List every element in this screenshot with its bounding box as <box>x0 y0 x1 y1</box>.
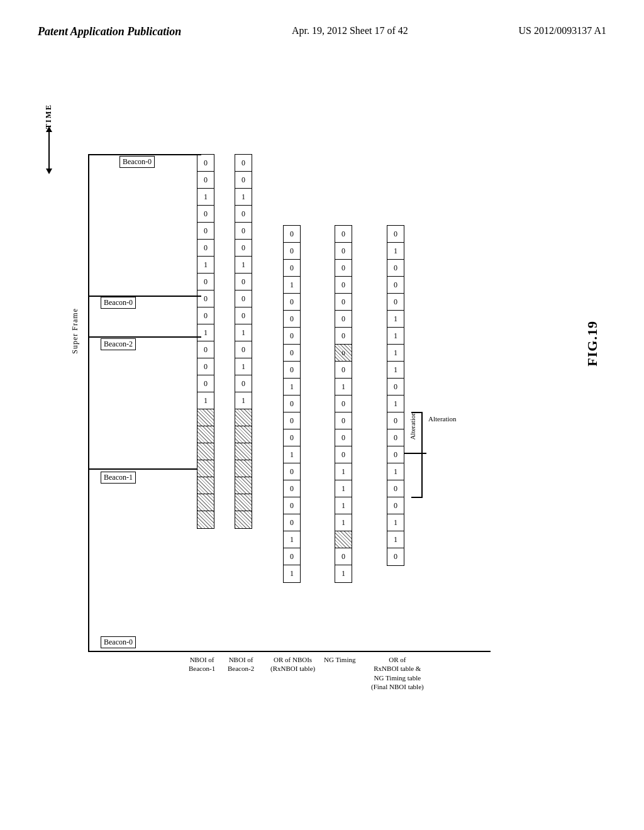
cell: 0 <box>387 294 404 311</box>
cell: 1 <box>335 480 352 497</box>
alteration-text: Alteration <box>428 415 457 423</box>
cell: 0 <box>335 226 352 243</box>
cell: 0 <box>387 429 404 446</box>
sheet-info: Apr. 19, 2012 Sheet 17 of 42 <box>292 25 408 36</box>
cell: 0 <box>284 548 300 565</box>
cell: 1 <box>235 189 252 206</box>
cell: 1 <box>197 189 214 206</box>
cell: 1 <box>387 463 404 480</box>
cell: 0 <box>197 172 214 189</box>
cell: 1 <box>284 277 300 294</box>
cell-hatched <box>235 511 252 528</box>
cell: 1 <box>387 311 404 328</box>
cell: 0 <box>235 206 252 223</box>
col1-container: 0 0 1 0 0 0 1 0 0 0 1 0 0 0 1 <box>197 154 214 529</box>
col2-label-line1: NBOI of <box>228 655 254 664</box>
cell: 0 <box>284 328 300 345</box>
cell: 0 <box>235 240 252 257</box>
cell-hatched <box>197 511 214 528</box>
beacon0-mid-label: Beacon-0 <box>101 297 136 309</box>
cell: 0 <box>335 396 352 412</box>
cell: 0 <box>197 240 214 257</box>
cell: 0 <box>197 155 214 172</box>
cell: 1 <box>197 257 214 274</box>
cell: 0 <box>335 328 352 345</box>
beacon1-label: Beacon-1 <box>101 472 136 484</box>
cell: 0 <box>387 260 404 277</box>
cell: 0 <box>284 497 300 514</box>
cell: 0 <box>284 226 300 243</box>
col4-label-line1: NG Timing <box>324 655 355 664</box>
col1-label-line1: NBOI of <box>189 655 215 664</box>
page-header: Patent Application Publication Apr. 19, … <box>0 0 644 38</box>
cell: 0 <box>197 206 214 223</box>
cell: 1 <box>235 324 252 341</box>
cell-hatched <box>235 477 252 494</box>
publication-title: Patent Application Publication <box>38 25 181 38</box>
cell: 1 <box>284 379 300 396</box>
cell-hatched <box>235 443 252 460</box>
cell: 1 <box>387 396 404 412</box>
alteration-arrow <box>404 453 426 454</box>
cell: 0 <box>197 375 214 392</box>
time-arrow-down <box>46 169 52 174</box>
cell: 1 <box>335 514 352 531</box>
cell: 1 <box>284 565 300 582</box>
col3-label-line2: (RxNBOI table) <box>270 664 315 673</box>
cell: 0 <box>387 480 404 497</box>
cell: 0 <box>235 290 252 307</box>
cell: 0 <box>335 362 352 379</box>
bracket-vert <box>421 412 423 497</box>
cell: 1 <box>387 531 404 548</box>
col3-label-line1: OR of NBOIs <box>270 655 315 664</box>
cell: 0 <box>284 311 300 328</box>
cell-hatched <box>197 443 214 460</box>
col5-cells: 0 1 0 0 0 1 1 1 1 0 1 0 0 0 1 0 0 1 1 0 <box>387 225 404 566</box>
cell: 1 <box>284 531 300 548</box>
beacon2-label: Beacon-2 <box>101 338 136 350</box>
col2-label-line2: Beacon-2 <box>228 664 254 673</box>
cell: 0 <box>197 307 214 324</box>
cell: 1 <box>335 565 352 582</box>
col2-container: 0 0 1 0 0 0 1 0 0 0 1 0 1 0 1 <box>235 154 252 529</box>
cell: 0 <box>284 396 300 412</box>
cell: 0 <box>284 260 300 277</box>
cell: 0 <box>284 345 300 362</box>
left-border <box>88 154 89 651</box>
cell-hatched: 0 <box>335 345 352 362</box>
col3-cells: 0 0 0 1 0 0 0 0 0 1 0 0 0 1 0 0 0 0 1 0 … <box>283 225 301 583</box>
hline-b1 <box>88 468 201 470</box>
cell: 0 <box>197 290 214 307</box>
cell: 0 <box>335 260 352 277</box>
col4-cells: 0 0 0 0 0 0 0 0 0 1 0 0 0 0 1 1 1 1 0 1 <box>335 225 352 583</box>
cell: 0 <box>235 155 252 172</box>
cell: 0 <box>335 243 352 260</box>
cell: 0 <box>335 311 352 328</box>
cell: 1 <box>197 324 214 341</box>
cell: 0 <box>387 412 404 429</box>
cell-hatched <box>235 409 252 426</box>
cell: 0 <box>235 172 252 189</box>
cell: 1 <box>387 345 404 362</box>
cell: 0 <box>387 226 404 243</box>
col4-container: 0 0 0 0 0 0 0 0 0 1 0 0 0 0 1 1 1 1 0 1 <box>335 225 352 583</box>
cell: 0 <box>335 446 352 463</box>
col5-label-line4: (Final NBOI table) <box>371 682 424 691</box>
col3-container: 0 0 0 1 0 0 0 0 0 1 0 0 0 1 0 0 0 0 1 0 … <box>283 225 301 583</box>
cell: 1 <box>235 358 252 375</box>
col3-label: OR of NBOIs (RxNBOI table) <box>270 655 315 673</box>
cell: 0 <box>284 429 300 446</box>
cell: 0 <box>284 362 300 379</box>
hline-b2 <box>88 336 201 338</box>
time-arrow-shaft <box>48 131 50 169</box>
cell: 0 <box>197 274 214 290</box>
cell: 1 <box>197 392 214 409</box>
cell: 0 <box>387 277 404 294</box>
cell: 0 <box>284 480 300 497</box>
cell: 0 <box>235 223 252 240</box>
col5-label-line1: OR of <box>371 655 424 664</box>
cell: 0 <box>197 223 214 240</box>
cell: 1 <box>235 392 252 409</box>
cell: 0 <box>284 243 300 260</box>
patent-number: US 2012/0093137 A1 <box>518 25 606 36</box>
